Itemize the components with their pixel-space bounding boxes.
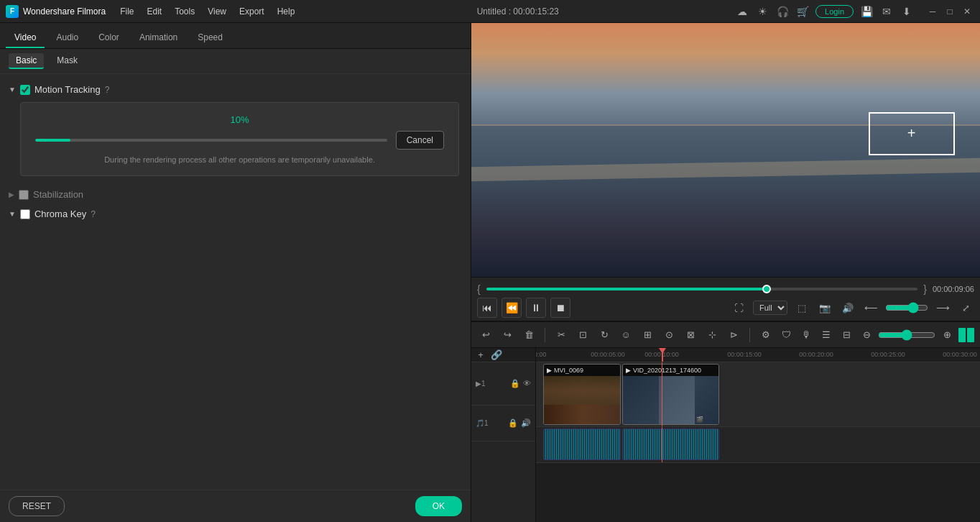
- chroma-key-section[interactable]: ▼ Chroma Key ?: [0, 204, 471, 224]
- stabilization-section[interactable]: ▶ Stabilization: [0, 185, 471, 204]
- zoom-in-icon[interactable]: ⟶: [934, 299, 951, 316]
- timer-button[interactable]: ⊙: [660, 326, 678, 344]
- zoom-out-icon[interactable]: ⟵: [862, 299, 879, 316]
- panel-bottom: RESET OK: [0, 490, 471, 522]
- minimize-button[interactable]: ─: [925, 4, 940, 19]
- menu-tools[interactable]: Tools: [169, 4, 200, 19]
- screen-fit-icon[interactable]: ⬚: [793, 299, 810, 316]
- frame-back-button[interactable]: ⏪: [501, 298, 522, 318]
- mark-out-button[interactable]: }: [923, 283, 927, 295]
- sub-tabs: Basic Mask: [0, 49, 471, 74]
- expand-icon[interactable]: ⤢: [957, 299, 974, 316]
- tab-color[interactable]: Color: [90, 28, 128, 48]
- cancel-button[interactable]: Cancel: [396, 131, 444, 150]
- undo-button[interactable]: ↩: [477, 326, 494, 344]
- seek-bar[interactable]: [486, 286, 918, 292]
- headset-icon[interactable]: 🎧: [775, 4, 790, 19]
- playhead-triangle-icon: [659, 348, 666, 354]
- zoom-slider[interactable]: [878, 329, 935, 341]
- tab-audio[interactable]: Audio: [47, 28, 87, 48]
- subtab-basic[interactable]: Basic: [9, 53, 44, 69]
- audio-button[interactable]: ⊳: [725, 326, 742, 344]
- clip-1-thumb-detail: [544, 376, 620, 405]
- tab-video[interactable]: Video: [6, 28, 45, 48]
- subtab-mask[interactable]: Mask: [50, 53, 85, 69]
- clip-2-header: ▶ VID_20201213_174600: [623, 365, 718, 376]
- selection-box[interactable]: +: [869, 112, 955, 155]
- rotate-button[interactable]: ↻: [596, 326, 613, 344]
- motion-tracking-label: Motion Tracking: [34, 84, 101, 95]
- lock-icon-audio[interactable]: 🔒: [508, 418, 518, 428]
- mark-in-button[interactable]: {: [477, 283, 481, 295]
- audio-clip-1[interactable]: [543, 429, 621, 460]
- clip-1-header: ▶ MVI_0069: [544, 365, 620, 376]
- download-icon[interactable]: ⬇: [900, 4, 914, 19]
- menu-view[interactable]: View: [202, 4, 232, 19]
- maximize-button[interactable]: □: [943, 4, 957, 19]
- menu-file[interactable]: File: [114, 4, 139, 19]
- volume-icon-audio[interactable]: 🔊: [521, 418, 531, 428]
- video-preview[interactable]: +: [471, 23, 980, 277]
- cut-button[interactable]: ✂: [553, 326, 570, 344]
- menu-help[interactable]: Help: [272, 4, 301, 19]
- fullscreen-icon[interactable]: ⛶: [730, 299, 747, 316]
- audio-clip-2[interactable]: [622, 429, 719, 460]
- transform-button[interactable]: ⊠: [682, 326, 699, 344]
- close-button[interactable]: ✕: [960, 4, 974, 19]
- insert-button[interactable]: ⊞: [639, 326, 656, 344]
- settings-icon[interactable]: ⚙: [757, 326, 775, 344]
- quality-select[interactable]: Full 1/2 1/4: [753, 301, 787, 315]
- cloud-icon[interactable]: ☁: [735, 4, 749, 19]
- eye-icon-1[interactable]: 👁: [523, 379, 531, 388]
- stop-button[interactable]: ⏹: [550, 298, 570, 318]
- app-brand: Wondershare Filmora: [23, 6, 106, 17]
- ruler-mark-25: 00:00:25:00: [871, 351, 905, 358]
- seek-handle[interactable]: [762, 285, 771, 293]
- motion-tracking-checkbox[interactable]: [20, 85, 30, 95]
- mic-icon[interactable]: 🎙: [798, 326, 815, 344]
- add-to-timeline-button[interactable]: +: [474, 349, 487, 362]
- reset-button[interactable]: RESET: [9, 496, 65, 516]
- mail-icon[interactable]: ✉: [879, 4, 894, 19]
- split-icon[interactable]: ⊟: [838, 326, 855, 344]
- volume-icon[interactable]: 🔊: [839, 299, 856, 316]
- motion-tracking-section[interactable]: ▼ Motion Tracking ?: [0, 80, 471, 99]
- screenshot-icon[interactable]: 📷: [816, 299, 833, 316]
- ok-button[interactable]: OK: [415, 496, 462, 516]
- link-button[interactable]: 🔗: [490, 349, 503, 362]
- plus-icon[interactable]: ⊕: [938, 326, 956, 344]
- timeline-toolbar: ↩ ↪ 🗑 ✂ ⊡ ↻ ☺ ⊞ ⊙ ⊠ ⊹ ⊳ ⚙ 🛡 🎙 ☰: [471, 322, 980, 348]
- stabilization-checkbox[interactable]: [19, 190, 29, 200]
- chroma-key-help-icon[interactable]: ?: [91, 209, 96, 219]
- shield-icon[interactable]: 🛡: [777, 326, 795, 344]
- redo-button[interactable]: ↪: [499, 326, 516, 344]
- time-ruler: :00:00 00:00:05:00 00:00:10:00 00:00:15:…: [536, 348, 980, 362]
- clip-1[interactable]: ▶ MVI_0069: [543, 364, 621, 425]
- ruler-mark-20: 00:00:20:00: [799, 351, 833, 358]
- shop-icon[interactable]: 🛒: [795, 4, 810, 19]
- login-button[interactable]: Login: [815, 5, 854, 18]
- adjust-button[interactable]: ⊹: [703, 326, 721, 344]
- minus-icon[interactable]: ⊖: [858, 326, 875, 344]
- crop-button[interactable]: ⊡: [574, 326, 591, 344]
- ruler-mark-5: 00:00:05:00: [591, 351, 625, 358]
- play-pause-button[interactable]: ⏸: [526, 298, 546, 318]
- emoji-button[interactable]: ☺: [617, 326, 634, 344]
- chroma-key-checkbox[interactable]: [20, 209, 30, 219]
- save-icon[interactable]: 💾: [859, 4, 874, 19]
- list-icon[interactable]: ☰: [818, 326, 835, 344]
- window-title: Untitled : 00:00:15:23: [300, 6, 735, 17]
- tab-animation[interactable]: Animation: [131, 28, 186, 48]
- menu-edit[interactable]: Edit: [142, 4, 168, 19]
- skip-back-button[interactable]: ⏮: [477, 298, 497, 318]
- clip-1-thumbnail: [544, 376, 620, 424]
- lock-icon-1[interactable]: 🔒: [510, 379, 520, 388]
- menu-export[interactable]: Export: [234, 4, 270, 19]
- tab-speed[interactable]: Speed: [189, 28, 231, 48]
- track-number-audio: 🎵1: [476, 419, 489, 427]
- sun-icon[interactable]: ☀: [755, 4, 769, 19]
- clip-2[interactable]: ▶ VID_20201213_174600 🎬: [622, 364, 719, 425]
- volume-slider[interactable]: [885, 302, 928, 313]
- motion-tracking-help-icon[interactable]: ?: [105, 85, 110, 95]
- delete-button[interactable]: 🗑: [520, 326, 537, 344]
